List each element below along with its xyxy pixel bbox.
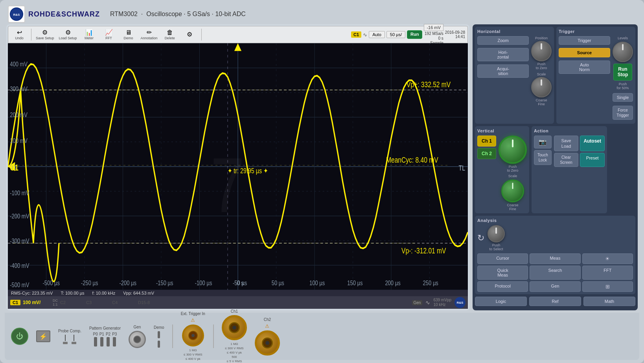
svg-text:-100 µs: -100 µs — [195, 280, 212, 287]
analysis-knob[interactable] — [488, 225, 505, 242]
svg-text:150 µs: 150 µs — [347, 280, 362, 287]
source-button[interactable]: Source — [559, 48, 610, 57]
clear-screen-button[interactable]: ClearScreen — [554, 153, 579, 167]
ch2-front-label: Ch2 — [264, 317, 271, 322]
auto-norm-button[interactable]: AutoNorm — [559, 60, 610, 74]
camera-button[interactable]: 📷 — [534, 136, 552, 148]
ext-trig-inner — [188, 331, 198, 340]
coarse-fine-label: CoarseFine — [535, 98, 547, 106]
pattern-gen-pins: P0 P1 P2 P3 — [93, 332, 117, 346]
fft-analysis-button[interactable]: FFT — [582, 266, 633, 280]
ch1-position-knob[interactable] — [499, 136, 527, 164]
position-knob[interactable] — [531, 41, 552, 61]
force-trigger-button[interactable]: ForceTrigger — [613, 106, 633, 120]
analysis-button-grid: Cursor Meas ☀ QuickMeas Search FFT Proto… — [477, 253, 633, 292]
wave-icon: ∿ — [425, 299, 430, 306]
ch4-tag[interactable]: C4 — [112, 300, 136, 305]
save-setup-icon: ⚙ — [42, 29, 48, 36]
horizontal-inner: Zoom Hori-zontal Acqui-sition Position P… — [477, 36, 552, 106]
refresh-icon[interactable]: ↻ — [477, 233, 484, 243]
ch2-connector[interactable] — [255, 330, 280, 356]
status-bar: RMS-Cyc: 223.35 mV T: 100.00 µs f: 10.00… — [8, 290, 468, 296]
ch2-scale-knob[interactable] — [501, 180, 524, 202]
scale-knob[interactable] — [531, 77, 552, 97]
brand-name: ROHDE&SCHWARZ — [28, 10, 100, 18]
zoom-button[interactable]: Zoom — [477, 36, 529, 45]
vertical-inner: Ch 1 Ch 2 Pushto Zero Scale CoarseF — [477, 136, 527, 211]
time-div-display: 50 µs/ — [386, 31, 405, 38]
ch1-button[interactable]: Ch 1 — [477, 136, 496, 147]
quick-meas-button[interactable]: QuickMeas — [477, 266, 528, 280]
annotation-button[interactable]: ✏ Annotation — [140, 29, 159, 41]
touch-lock-button[interactable]: TouchLock — [534, 150, 552, 165]
demo-button[interactable]: 🖥 Demo — [120, 29, 137, 41]
run-stop-toolbar-btn[interactable]: Run — [407, 30, 422, 38]
d15-8-tag[interactable]: D15-8 — [138, 300, 162, 305]
math-button[interactable]: Math — [583, 297, 635, 306]
toolbar: ↩ Undo ⚙ Save Setup ⚙ Load Setup 📊 Meter — [8, 26, 468, 43]
probe-pin-2 — [74, 335, 74, 341]
period-display: T: 100.00 µs — [61, 291, 84, 295]
ch1-value: 100 mV/ — [23, 300, 50, 305]
ch2-tag[interactable]: C2 — [60, 300, 84, 305]
load-setup-button[interactable]: ⚙ Load Setup — [58, 29, 78, 41]
panel-top: Horizontal Zoom Hori-zontal Acqui-sition… — [475, 27, 635, 124]
trigger-knob-area: Levels RunStop Pushfor 50% Single ForceT… — [613, 36, 633, 121]
pg-pin-p1: P1 — [99, 332, 104, 346]
rs-logo-small: R&S — [454, 297, 466, 308]
demo-pin-2 — [158, 341, 160, 348]
gen-analysis-button[interactable]: Gen — [530, 281, 580, 292]
ext-trigger-connector[interactable] — [182, 324, 204, 346]
delete-button[interactable]: 🗑 Delete — [161, 29, 178, 41]
svg-text:TL: TL — [459, 164, 466, 172]
ch1-connector[interactable] — [222, 315, 247, 340]
ch1-connector-section: Ch1 1 MΩ≤ 300 V RMS≤ 400 V pk500≤ 5 V RM… — [222, 309, 247, 363]
acquisition-button[interactable]: Acqui-sition — [477, 64, 529, 78]
action-right: SaveLoad Autoset ClearScreen Preset — [554, 136, 605, 167]
probe-base-1 — [63, 342, 68, 344]
horizontal-section: Horizontal Zoom Hori-zontal Acqui-sition… — [475, 27, 554, 124]
ref-button[interactable]: Ref — [529, 297, 581, 306]
cursor-button[interactable]: Cursor — [477, 253, 528, 264]
pg-pin-p0: P0 — [93, 332, 98, 346]
ch3-tag[interactable]: C3 — [86, 300, 110, 305]
time-offset-display: 0 s — [438, 36, 443, 40]
undo-button[interactable]: ↩ Undo — [11, 29, 28, 41]
sine-wave-svg: Vp+: 332.52 mV Vp-: -312.01 mV MeanCyc: … — [8, 43, 468, 290]
power-button[interactable]: ⏻ — [11, 328, 28, 345]
push-to-zero-vert-label: Pushto Zero — [507, 165, 519, 172]
gen-connector[interactable] — [129, 331, 146, 348]
logo-box: R&S — [8, 6, 25, 23]
protocol-button[interactable]: Protocol — [477, 281, 528, 292]
meas-button[interactable]: Meas — [530, 253, 580, 264]
grid-button[interactable]: ⊞ — [582, 281, 633, 292]
preset-button[interactable]: Preset — [580, 153, 605, 167]
levels-knob[interactable] — [613, 42, 633, 62]
settings-button[interactable]: ⚙ — [181, 31, 198, 38]
ch1-tag[interactable]: C1 — [10, 300, 20, 305]
svg-text:-250 µs: -250 µs — [81, 280, 98, 287]
single-button[interactable]: Single — [613, 93, 633, 102]
search-button[interactable]: Search — [530, 266, 580, 280]
save-load-button[interactable]: SaveLoad — [554, 136, 579, 152]
save-setup-button[interactable]: ⚙ Save Setup — [35, 29, 55, 41]
autoset-button[interactable]: Autoset — [580, 136, 605, 152]
ext-trig-center — [191, 334, 195, 337]
logic-button[interactable]: Logic — [475, 297, 527, 306]
ch2-connector-section: Ch2 ⚠ — [255, 317, 280, 356]
run-stop-button[interactable]: RunStop — [613, 64, 633, 81]
pg-pin-p2: P2 — [106, 332, 110, 346]
oscilloscope-screen[interactable]: Vp+: 332.52 mV Vp-: -312.01 mV MeanCyc: … — [8, 43, 468, 290]
horizontal-button[interactable]: Hori-zontal — [477, 48, 529, 61]
brightness-button[interactable]: ☀ — [582, 253, 633, 264]
ch2-button[interactable]: Ch 2 — [477, 148, 496, 159]
trigger-section: Trigger Trigger Source AutoNorm Levels R… — [556, 27, 635, 124]
trigger-button[interactable]: Trigger — [559, 36, 610, 45]
svg-text:300 mV: 300 mV — [10, 86, 28, 93]
meter-button[interactable]: 📊 Meter — [81, 29, 98, 41]
vpp-display: Vpp: 644.53 mV — [123, 291, 154, 295]
analysis-title: Analysis — [477, 218, 633, 223]
gen-connector-inner — [133, 336, 141, 343]
usb-port[interactable]: ⚡ — [36, 330, 50, 342]
fft-button[interactable]: 📈 FFT — [100, 29, 118, 41]
